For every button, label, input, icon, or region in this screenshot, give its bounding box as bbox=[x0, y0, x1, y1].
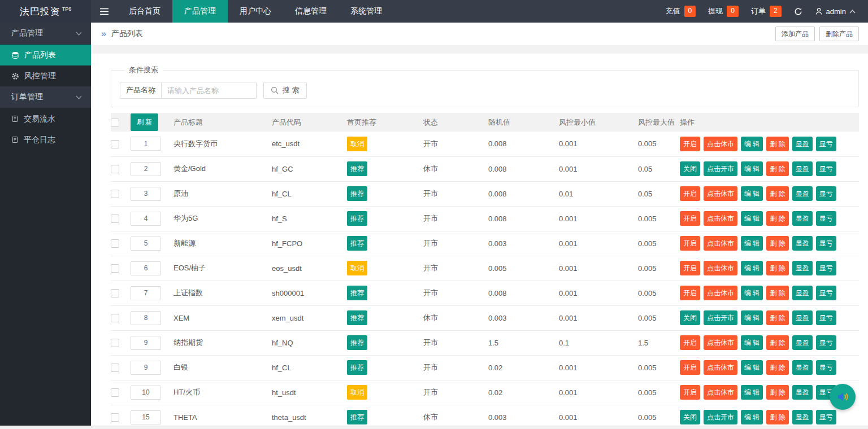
action-button[interactable]: 删 除 bbox=[766, 161, 788, 176]
action-button[interactable]: 点击休市 bbox=[704, 137, 737, 151]
action-button[interactable]: 开启 bbox=[680, 261, 700, 275]
action-button[interactable]: 显盈 bbox=[792, 161, 813, 176]
row-id-input[interactable] bbox=[131, 137, 161, 151]
action-button[interactable]: 开启 bbox=[680, 236, 700, 251]
action-button[interactable]: 开启 bbox=[680, 335, 700, 350]
hamburger-icon[interactable] bbox=[91, 0, 117, 23]
recommend-badge[interactable]: 推荐 bbox=[347, 310, 367, 325]
stat-item[interactable]: 充值0 bbox=[666, 6, 696, 17]
recommend-badge[interactable]: 推荐 bbox=[347, 410, 367, 424]
action-button[interactable]: 显亏 bbox=[816, 335, 836, 350]
row-id-input[interactable] bbox=[131, 410, 161, 424]
product-name-input[interactable] bbox=[162, 82, 257, 99]
user-menu[interactable]: admin bbox=[815, 7, 856, 16]
action-button[interactable]: 显亏 bbox=[816, 286, 836, 300]
recommend-badge[interactable]: 推荐 bbox=[347, 360, 367, 375]
delete-product-button[interactable]: 删除产品 bbox=[819, 27, 859, 41]
action-button[interactable]: 显盈 bbox=[792, 360, 813, 375]
action-button[interactable]: 显亏 bbox=[816, 186, 836, 201]
row-checkbox[interactable] bbox=[111, 289, 119, 297]
row-id-input[interactable] bbox=[131, 261, 161, 275]
action-button[interactable]: 显盈 bbox=[792, 286, 813, 300]
action-button[interactable]: 编 辑 bbox=[741, 161, 763, 176]
action-button[interactable]: 删 除 bbox=[766, 360, 788, 375]
action-button[interactable]: 显盈 bbox=[792, 261, 813, 275]
action-button[interactable]: 编 辑 bbox=[741, 310, 763, 325]
action-button[interactable]: 点击开市 bbox=[704, 161, 737, 176]
action-button[interactable]: 开启 bbox=[680, 286, 700, 300]
action-button[interactable]: 关闭 bbox=[680, 310, 700, 325]
action-button[interactable]: 点击休市 bbox=[704, 335, 737, 350]
action-button[interactable]: 开启 bbox=[680, 360, 700, 375]
action-button[interactable]: 删 除 bbox=[766, 410, 788, 424]
table-refresh-button[interactable]: 刷 新 bbox=[131, 113, 158, 131]
recommend-badge[interactable]: 取消 bbox=[347, 261, 367, 275]
row-id-input[interactable] bbox=[131, 237, 161, 251]
action-button[interactable]: 删 除 bbox=[766, 236, 788, 251]
recommend-badge[interactable]: 取消 bbox=[347, 137, 367, 151]
action-button[interactable]: 点击休市 bbox=[704, 385, 737, 400]
row-checkbox[interactable] bbox=[111, 214, 119, 223]
action-button[interactable]: 编 辑 bbox=[741, 385, 763, 400]
add-product-button[interactable]: 添加产品 bbox=[775, 27, 815, 41]
action-button[interactable]: 显亏 bbox=[816, 261, 836, 275]
action-button[interactable]: 编 辑 bbox=[741, 335, 763, 350]
action-button[interactable]: 开启 bbox=[680, 211, 700, 226]
row-checkbox[interactable] bbox=[111, 190, 119, 198]
action-button[interactable]: 点击休市 bbox=[704, 211, 737, 226]
action-button[interactable]: 开启 bbox=[680, 186, 700, 201]
row-id-input[interactable] bbox=[131, 336, 161, 350]
horizontal-scrollbar[interactable] bbox=[0, 426, 868, 429]
top-menu-item[interactable]: 产品管理 bbox=[172, 0, 228, 23]
recommend-badge[interactable]: 推荐 bbox=[347, 211, 367, 226]
action-button[interactable]: 显亏 bbox=[816, 211, 836, 226]
select-all-checkbox[interactable] bbox=[111, 119, 119, 127]
action-button[interactable]: 开启 bbox=[680, 137, 700, 151]
action-button[interactable]: 点击休市 bbox=[704, 360, 737, 375]
row-id-input[interactable] bbox=[131, 286, 161, 300]
refresh-icon[interactable] bbox=[794, 7, 802, 16]
action-button[interactable]: 显盈 bbox=[792, 236, 813, 251]
recommend-badge[interactable]: 推荐 bbox=[347, 286, 367, 300]
stat-item[interactable]: 订单2 bbox=[751, 6, 782, 17]
action-button[interactable]: 显盈 bbox=[792, 137, 813, 151]
top-menu-item[interactable]: 信息管理 bbox=[283, 0, 338, 23]
action-button[interactable]: 显亏 bbox=[816, 410, 836, 424]
sidebar-group[interactable]: 产品管理 bbox=[0, 23, 91, 44]
action-button[interactable]: 点击休市 bbox=[704, 261, 737, 275]
action-button[interactable]: 显盈 bbox=[792, 385, 813, 400]
action-button[interactable]: 删 除 bbox=[766, 385, 788, 400]
row-id-input[interactable] bbox=[131, 361, 161, 375]
search-button[interactable]: 搜 索 bbox=[263, 82, 307, 99]
action-button[interactable]: 编 辑 bbox=[741, 236, 763, 251]
action-button[interactable]: 显盈 bbox=[792, 335, 813, 350]
sidebar-item[interactable]: 风控管理 bbox=[0, 65, 91, 86]
row-id-input[interactable] bbox=[131, 162, 161, 176]
action-button[interactable]: 显亏 bbox=[816, 360, 836, 375]
row-checkbox[interactable] bbox=[111, 388, 119, 397]
recommend-badge[interactable]: 取消 bbox=[347, 385, 367, 400]
sidebar-group[interactable]: 订单管理 bbox=[0, 86, 91, 108]
top-menu-item[interactable]: 后台首页 bbox=[117, 0, 172, 23]
action-button[interactable]: 编 辑 bbox=[741, 186, 763, 201]
recommend-badge[interactable]: 推荐 bbox=[347, 161, 367, 176]
row-checkbox[interactable] bbox=[111, 239, 119, 248]
action-button[interactable]: 显亏 bbox=[816, 161, 836, 176]
action-button[interactable]: 编 辑 bbox=[741, 410, 763, 424]
action-button[interactable]: 删 除 bbox=[766, 211, 788, 226]
action-button[interactable]: 编 辑 bbox=[741, 286, 763, 300]
action-button[interactable]: 开启 bbox=[680, 385, 700, 400]
row-checkbox[interactable] bbox=[111, 140, 119, 148]
action-button[interactable]: 关闭 bbox=[680, 161, 700, 176]
top-menu-item[interactable]: 系统管理 bbox=[338, 0, 394, 23]
action-button[interactable]: 点击休市 bbox=[704, 236, 737, 251]
audio-notification-button[interactable] bbox=[830, 384, 856, 410]
row-id-input[interactable] bbox=[131, 187, 161, 201]
action-button[interactable]: 显盈 bbox=[792, 410, 813, 424]
action-button[interactable]: 关闭 bbox=[680, 410, 700, 424]
recommend-badge[interactable]: 推荐 bbox=[347, 236, 367, 251]
action-button[interactable]: 删 除 bbox=[766, 286, 788, 300]
action-button[interactable]: 显亏 bbox=[816, 236, 836, 251]
action-button[interactable]: 显亏 bbox=[816, 310, 836, 325]
action-button[interactable]: 删 除 bbox=[766, 186, 788, 201]
